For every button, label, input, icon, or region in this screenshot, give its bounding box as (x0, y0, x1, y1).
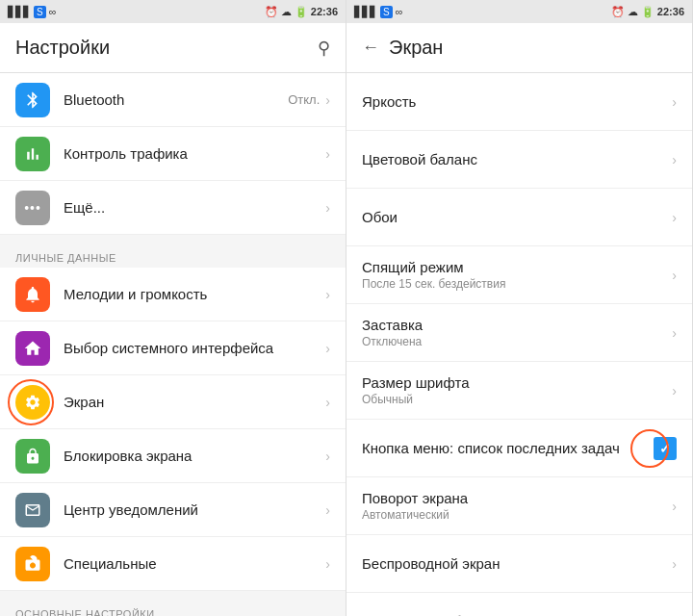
carrier-icon-r: S (380, 6, 393, 18)
back-button[interactable]: ← (362, 38, 379, 58)
search-icon[interactable]: ⚲ (318, 38, 330, 59)
settings-item-color-balance[interactable]: Цветовой баланс › (346, 131, 692, 189)
divider-2 (0, 591, 346, 599)
settings-item-screen[interactable]: Экран › (0, 375, 346, 429)
sleep-chevron: › (672, 268, 677, 283)
status-right-left: ⏰ ☁ 🔋 22:36 (265, 6, 338, 18)
screen-content: Экран (64, 394, 325, 410)
more-icon: ••• (15, 191, 50, 225)
settings-item-more[interactable]: ••• Ещё... › (0, 181, 346, 235)
screensaver-content: Заставка Отключена (362, 317, 672, 348)
color-balance-content: Цветовой баланс (362, 151, 672, 167)
special-icon (15, 547, 50, 581)
ringtone-icon (15, 277, 50, 312)
settings-item-font-size[interactable]: Размер шрифта Обычный › (346, 362, 692, 420)
menu-button-right (654, 437, 677, 460)
traffic-right: › (325, 146, 330, 162)
menu-button-checkbox[interactable] (654, 437, 677, 460)
screen-right: › (325, 395, 330, 410)
time-left: 22:36 (311, 6, 338, 17)
interface-right: › (325, 341, 330, 356)
rotation-chevron: › (672, 499, 677, 514)
screen-chevron: › (325, 395, 330, 410)
more-right: › (325, 200, 330, 216)
interface-content: Выбор системного интерфейса (64, 340, 325, 356)
settings-item-interface[interactable]: Выбор системного интерфейса › (0, 321, 346, 375)
brightness-content: Яркость (362, 93, 672, 110)
traffic-icon (15, 137, 50, 171)
settings-item-ringtone[interactable]: Мелодии и громкость › (0, 268, 346, 321)
traffic-chevron: › (325, 146, 330, 162)
interface-title: Выбор системного интерфейса (64, 340, 325, 356)
font-size-subtitle: Обычный (362, 393, 672, 406)
settings-item-menu-button[interactable]: Кнопка меню: список последних задач (346, 420, 692, 477)
menu-button-content: Кнопка меню: список последних задач (362, 440, 654, 456)
font-size-right: › (672, 383, 677, 398)
right-header: ← Экран (346, 23, 692, 73)
brightness-title: Яркость (362, 93, 672, 110)
notifications-title: Центр уведомлений (64, 501, 325, 518)
special-title: Специальные (64, 555, 325, 572)
bluetooth-title: Bluetooth (64, 91, 288, 108)
font-size-chevron: › (672, 383, 677, 398)
lock-title: Блокировка экрана (64, 448, 325, 464)
section-personal: ЛИЧНЫЕ ДАННЫЕ (0, 243, 346, 268)
wireless-display-title: Беспроводной экран (362, 555, 672, 572)
settings-item-rotation[interactable]: Поворот экрана Автоматический › (346, 477, 692, 535)
settings-item-notifications[interactable]: Центр уведомлений › (0, 483, 346, 537)
settings-item-wireless-display[interactable]: Беспроводной экран › (346, 535, 692, 593)
wireless-display-content: Беспроводной экран (362, 555, 672, 572)
settings-item-brightness[interactable]: Яркость › (346, 73, 692, 131)
alarm-icon-r: ⏰ (611, 6, 625, 18)
left-header: Настройки ⚲ (0, 23, 346, 73)
cloud-icon: ☁ (281, 6, 292, 18)
right-title: Экран (389, 37, 443, 59)
status-bar-right: ▋▋▋ S ∞ ⏰ ☁ 🔋 22:36 (346, 0, 692, 23)
divider-1 (0, 235, 346, 243)
status-left: ▋▋▋ S ∞ (8, 6, 57, 18)
notifications-chevron: › (325, 502, 330, 518)
menu-button-title: Кнопка меню: список последних задач (362, 440, 654, 456)
sleep-subtitle: После 15 сек. бездействия (362, 277, 672, 291)
special-content: Специальные (64, 555, 325, 572)
notifications-icon (15, 493, 50, 527)
settings-item-screensaver[interactable]: Заставка Отключена › (346, 304, 692, 362)
screensaver-chevron: › (672, 325, 677, 341)
left-title: Настройки (15, 37, 110, 59)
settings-item-wallpaper[interactable]: Обои › (346, 189, 692, 246)
bluetooth-value: Откл. (288, 92, 320, 107)
sleep-content: Спящий режим После 15 сек. бездействия (362, 259, 672, 291)
settings-item-traffic[interactable]: Контроль трафика › (0, 127, 346, 181)
lock-icon (15, 439, 50, 474)
settings-item-special[interactable]: Специальные › (0, 537, 346, 591)
rotation-title: Поворот экрана (362, 490, 672, 506)
wallpaper-title: Обои (362, 209, 672, 225)
settings-item-sleep[interactable]: Спящий режим После 15 сек. бездействия › (346, 246, 692, 304)
cloud-icon-r: ☁ (628, 6, 638, 18)
more-content: Ещё... (64, 199, 325, 216)
signal-icon: ▋▋▋ (8, 6, 31, 18)
notifications-content: Центр уведомлений (64, 501, 325, 518)
screensaver-right: › (672, 325, 677, 341)
color-balance-chevron: › (672, 152, 677, 167)
traffic-content: Контроль трафика (64, 145, 325, 162)
traffic-title: Контроль трафика (64, 145, 325, 162)
settings-item-bluetooth[interactable]: Bluetooth Откл. › (0, 73, 346, 127)
left-panel: ▋▋▋ S ∞ ⏰ ☁ 🔋 22:36 Настройки ⚲ Bluetoot… (0, 0, 346, 616)
settings-item-lock[interactable]: Блокировка экрана › (0, 429, 346, 483)
wallpaper-right: › (672, 210, 677, 225)
settings-item-event-indicator[interactable]: Индикатор событий › (346, 593, 692, 616)
battery-icon: 🔋 (295, 6, 308, 18)
rotation-subtitle: Автоматический (362, 508, 672, 522)
lock-right: › (325, 449, 330, 464)
brightness-chevron: › (672, 94, 677, 110)
battery-icon-r: 🔋 (641, 6, 654, 18)
screensaver-subtitle: Отключена (362, 335, 672, 348)
sleep-title: Спящий режим (362, 259, 672, 275)
rotation-content: Поворот экрана Автоматический (362, 490, 672, 522)
rotation-right: › (672, 499, 677, 514)
bluetooth-content: Bluetooth (64, 91, 288, 108)
right-settings-list: Яркость › Цветовой баланс › Обои › (346, 73, 692, 616)
screen-icon (15, 385, 50, 420)
status-left-right: ▋▋▋ S ∞ (354, 6, 403, 18)
